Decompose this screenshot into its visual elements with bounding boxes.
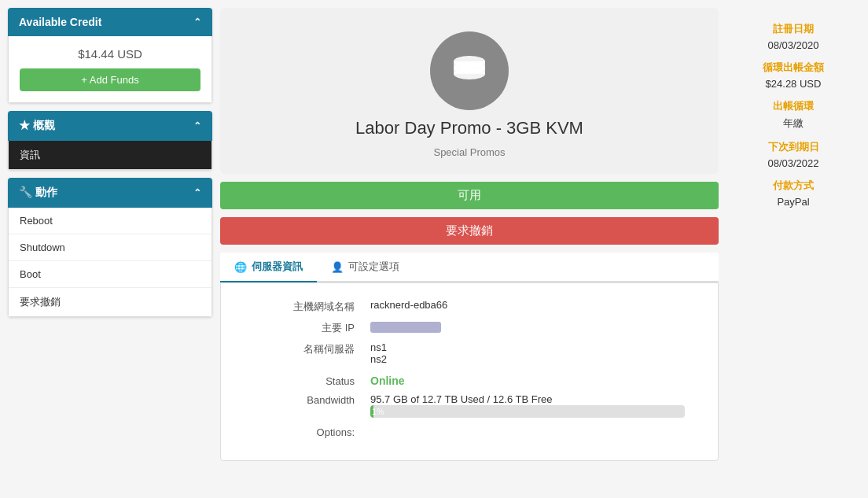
server-icon [430, 31, 509, 110]
tab-config-options[interactable]: 👤 可設定選項 [317, 253, 414, 282]
next-due-value: 08/03/2022 [734, 157, 852, 169]
status-available: 可用 [220, 182, 719, 209]
sidebar-item-boot[interactable]: Boot [9, 261, 211, 288]
main-content: Labor Day Promo - 3GB KVM Special Promos… [220, 0, 868, 498]
sidebar-item-info[interactable]: 資訊 [9, 141, 211, 169]
chevron-up-icon-2: ⌃ [193, 120, 201, 131]
options-row: Options: [245, 426, 694, 438]
overview-body: 資訊 [8, 141, 212, 170]
ns-label: 名稱伺服器 [245, 341, 355, 356]
next-due-heading: 下次到期日 [734, 140, 852, 154]
overview-header[interactable]: ★ 概觀 ⌃ [8, 111, 212, 141]
bandwidth-bar-bg: 1% [370, 405, 685, 418]
hostname-value: racknerd-edba66 [370, 299, 447, 311]
bandwidth-label: Bandwidth [245, 393, 355, 406]
hostname-label: 主機網域名稱 [245, 299, 355, 314]
chevron-up-icon-3: ⌃ [193, 187, 201, 198]
right-panel: 註冊日期 08/03/2020 循環出帳金額 $24.28 USD 出帳循環 年… [719, 8, 860, 490]
available-credit-header[interactable]: Available Credit ⌃ [8, 8, 212, 36]
recurring-value: $24.28 USD [734, 78, 852, 90]
actions-section: 🔧 動作 ⌃ Reboot Shutdown Boot 要求撤銷 [8, 178, 212, 317]
cancel-button[interactable]: 要求撤銷 [220, 217, 719, 245]
sidebar-item-cancel[interactable]: 要求撤銷 [9, 288, 211, 316]
bandwidth-value: 95.7 GB of 12.7 TB Used / 12.6 TB Free 1… [370, 393, 685, 418]
chevron-up-icon: ⌃ [193, 17, 201, 28]
tabs-container: 🌐 伺服器資訊 👤 可設定選項 主機網域名稱 racknerd-edba66 [220, 253, 719, 461]
available-credit-body: $14.44 USD + Add Funds [8, 36, 212, 103]
reg-date-value: 08/03/2020 [734, 39, 852, 51]
add-funds-button[interactable]: + Add Funds [20, 68, 200, 91]
info-panel: 主機網域名稱 racknerd-edba66 主要 IP 名稱伺服器 ns1 [220, 282, 719, 461]
bandwidth-bar-fill: 1% [370, 405, 373, 418]
sidebar: Available Credit ⌃ $14.44 USD + Add Fund… [0, 0, 220, 498]
server-name: Labor Day Promo - 3GB KVM [355, 118, 583, 138]
credit-amount: $14.44 USD [20, 47, 200, 61]
recurring-heading: 循環出帳金額 [734, 61, 852, 75]
sidebar-item-shutdown[interactable]: Shutdown [9, 234, 211, 261]
bandwidth-row: Bandwidth 95.7 GB of 12.7 TB Used / 12.6… [245, 393, 694, 418]
payment-heading: 付款方式 [734, 179, 852, 193]
actions-title: 🔧 動作 [19, 186, 57, 200]
available-credit-title: Available Credit [19, 16, 101, 28]
tabs-bar: 🌐 伺服器資訊 👤 可設定選項 [220, 253, 719, 282]
ns-row: 名稱伺服器 ns1 ns2 [245, 341, 694, 365]
payment-value: PayPal [734, 196, 852, 208]
config-tab-icon: 👤 [331, 261, 344, 273]
available-credit-section: Available Credit ⌃ $14.44 USD + Add Fund… [8, 8, 212, 103]
status-row: Status Online [245, 374, 694, 387]
actions-body: Reboot Shutdown Boot 要求撤銷 [8, 208, 212, 317]
bandwidth-bar-wrap: 1% [370, 405, 685, 418]
ip-redacted [370, 322, 441, 333]
ip-value [370, 320, 441, 333]
status-value: Online [370, 374, 405, 387]
sidebar-item-reboot[interactable]: Reboot [9, 208, 211, 234]
ip-label: 主要 IP [245, 320, 355, 335]
reg-date-heading: 註冊日期 [734, 22, 852, 36]
options-label: Options: [245, 426, 355, 438]
overview-section: ★ 概觀 ⌃ 資訊 [8, 111, 212, 170]
svg-point-4 [454, 68, 485, 79]
tab-server-info[interactable]: 🌐 伺服器資訊 [220, 253, 317, 282]
actions-header[interactable]: 🔧 動作 ⌃ [8, 178, 212, 208]
cycle-value: 年繳 [734, 116, 852, 131]
ip-row: 主要 IP [245, 320, 694, 335]
hostname-row: 主機網域名稱 racknerd-edba66 [245, 299, 694, 314]
cycle-heading: 出帳循環 [734, 99, 852, 113]
center-column: Labor Day Promo - 3GB KVM Special Promos… [220, 8, 719, 490]
server-category: Special Promos [433, 146, 505, 158]
status-label: Status [245, 374, 355, 387]
overview-title: ★ 概觀 [19, 119, 55, 133]
server-info-tab-icon: 🌐 [234, 261, 247, 273]
ns-value: ns1 ns2 [370, 341, 387, 365]
server-card: Labor Day Promo - 3GB KVM Special Promos [220, 8, 719, 174]
